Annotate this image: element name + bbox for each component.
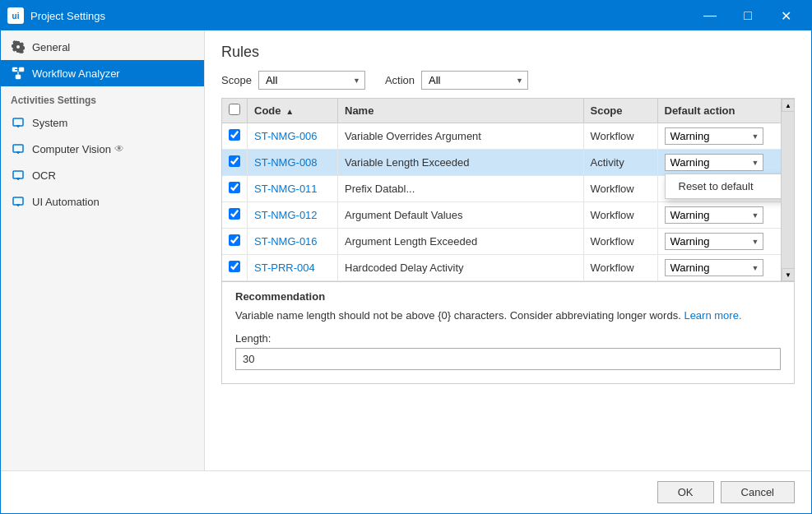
eye-icon: 👁	[114, 143, 124, 155]
ok-button[interactable]: OK	[657, 481, 714, 503]
sidebar-item-computer-vision[interactable]: Computer Vision 👁	[1, 136, 204, 162]
activities-label: Activities Settings	[1, 86, 204, 109]
header-code[interactable]: Code ▲	[248, 99, 338, 123]
row-checkbox-2[interactable]	[229, 155, 240, 167]
sidebar-item-general[interactable]: General	[1, 34, 204, 60]
row-action-select-4[interactable]: WarningErrorInfo	[665, 206, 763, 224]
learn-more-link[interactable]: Learn more.	[684, 309, 741, 322]
row-code-2[interactable]: ST-NMG-008	[254, 156, 318, 169]
sidebar-item-system[interactable]: System	[1, 109, 204, 136]
row-checkbox-1[interactable]	[229, 129, 240, 141]
length-label: Length:	[235, 332, 781, 345]
row-name-6: Hardcoded Delay Activity	[338, 255, 584, 281]
sidebar-system-label: System	[32, 117, 67, 129]
sidebar-cv-label: Computer Vision	[32, 143, 111, 155]
context-menu-reset[interactable]: Reset to default	[666, 174, 782, 198]
cv-icon	[11, 141, 26, 156]
row-scope-4: Workflow	[583, 202, 657, 229]
filter-row: Scope All Workflow Activity Action All W…	[221, 71, 795, 90]
scrollbar-thumb[interactable]	[782, 112, 794, 268]
row-scope-3: Workflow	[583, 176, 657, 202]
header-scope: Scope	[583, 99, 657, 123]
row-name-5: Argument Length Exceeded	[338, 229, 584, 255]
row-code-6[interactable]: ST-PRR-004	[254, 262, 315, 274]
row-action-select-wrapper-1: WarningErrorInfo	[665, 127, 763, 145]
table-row[interactable]: ST-NMG-016 Argument Length Exceeded Work…	[222, 229, 781, 255]
row-code-3[interactable]: ST-NMG-011	[254, 183, 318, 195]
table-row[interactable]: ST-NMG-006 Variable Overrides Argument W…	[222, 123, 781, 150]
table-scrollbar[interactable]: ▲ ▼	[781, 99, 794, 281]
system-icon	[11, 115, 26, 130]
row-name-2: Variable Length Exceeded	[338, 150, 584, 176]
row-code-5[interactable]: ST-NMG-016	[254, 235, 318, 248]
action-filter-select[interactable]: All Warning Error Info	[421, 71, 528, 90]
app-icon: ui	[7, 7, 24, 24]
ocr-icon	[11, 168, 26, 183]
row-name-1: Variable Overrides Argument	[338, 123, 584, 150]
close-button[interactable]: ✕	[767, 1, 805, 30]
table-row[interactable]: ST-PRR-004 Hardcoded Delay Activity Work…	[222, 255, 781, 281]
row-action-select-wrapper-5: WarningErrorInfo	[665, 233, 763, 250]
row-scope-2: Activity	[583, 150, 657, 176]
row-scope-5: Workflow	[583, 229, 657, 255]
row-action-select-wrapper-6: WarningErrorInfo	[665, 259, 763, 276]
action-select-wrapper: All Warning Error Info	[421, 71, 528, 90]
titlebar: ui Project Settings — □ ✕	[1, 1, 811, 30]
sidebar-workflow-label: Workflow Analyzer	[32, 67, 120, 80]
scope-select-wrapper: All Workflow Activity	[258, 71, 365, 90]
svg-rect-5	[13, 118, 23, 126]
svg-rect-8	[13, 145, 23, 152]
recommendation-text: Variable name length should not be above…	[235, 308, 781, 324]
sort-arrow-code: ▲	[285, 107, 294, 116]
rules-title: Rules	[221, 44, 795, 61]
row-scope-1: Workflow	[583, 123, 657, 150]
scrollbar-up-button[interactable]: ▲	[782, 99, 795, 112]
svg-rect-1	[19, 67, 24, 72]
sidebar-item-ui-automation[interactable]: UI Automation	[1, 188, 204, 215]
recommendation-panel: Recommendation Variable name length shou…	[221, 282, 795, 384]
sidebar-item-ocr[interactable]: OCR	[1, 162, 204, 188]
table-row[interactable]: ST-NMG-012 Argument Default Values Workf…	[222, 202, 781, 229]
ui-automation-icon	[11, 194, 26, 209]
footer: OK Cancel	[1, 470, 811, 513]
row-name-3: Prefix Databl...	[338, 176, 584, 202]
scrollbar-down-button[interactable]: ▼	[782, 268, 795, 281]
row-action-select-wrapper-2: WarningErrorInfo Reset to default	[665, 154, 763, 171]
svg-rect-14	[13, 197, 23, 205]
scope-label: Scope	[221, 74, 252, 86]
row-code-1[interactable]: ST-NMG-006	[254, 130, 318, 142]
row-checkbox-4[interactable]	[229, 208, 240, 220]
row-code-4[interactable]: ST-NMG-012	[254, 209, 318, 221]
row-action-select-5[interactable]: WarningErrorInfo	[665, 233, 763, 250]
row-action-select-2[interactable]: WarningErrorInfo	[665, 154, 763, 171]
maximize-button[interactable]: □	[729, 1, 767, 30]
sidebar-item-workflow-analyzer[interactable]: Workflow Analyzer	[1, 60, 204, 86]
project-settings-window: ui Project Settings — □ ✕ General	[0, 0, 812, 514]
minimize-button[interactable]: —	[691, 1, 729, 30]
row-action-select-1[interactable]: WarningErrorInfo	[665, 127, 763, 145]
row-checkbox-6[interactable]	[229, 261, 240, 272]
table-row[interactable]: ST-NMG-008 Variable Length Exceeded Acti…	[222, 150, 781, 176]
row-action-select-6[interactable]: WarningErrorInfo	[665, 259, 763, 276]
content-area: General Workflow Analyzer Activities Set…	[1, 30, 811, 470]
select-all-checkbox[interactable]	[229, 104, 240, 115]
sidebar-ocr-label: OCR	[32, 169, 56, 182]
sidebar-ui-auto-label: UI Automation	[32, 196, 100, 208]
scope-select[interactable]: All Workflow Activity	[258, 71, 365, 90]
context-menu: Reset to default	[665, 174, 782, 199]
header-default-action: Default action	[657, 99, 781, 123]
cancel-button[interactable]: Cancel	[721, 481, 795, 503]
rules-table-container: Code ▲ Name Scope Default	[221, 98, 795, 282]
svg-rect-11	[13, 171, 23, 178]
sidebar: General Workflow Analyzer Activities Set…	[1, 30, 205, 470]
sidebar-general-label: General	[32, 41, 70, 53]
header-name: Name	[338, 99, 584, 123]
row-checkbox-5[interactable]	[229, 234, 240, 246]
workflow-icon	[11, 66, 26, 81]
row-checkbox-3[interactable]	[229, 182, 240, 193]
row-scope-6: Workflow	[583, 255, 657, 281]
window-controls: — □ ✕	[691, 1, 805, 30]
window-title: Project Settings	[30, 10, 691, 22]
svg-rect-2	[16, 75, 21, 79]
length-input[interactable]	[235, 348, 781, 370]
